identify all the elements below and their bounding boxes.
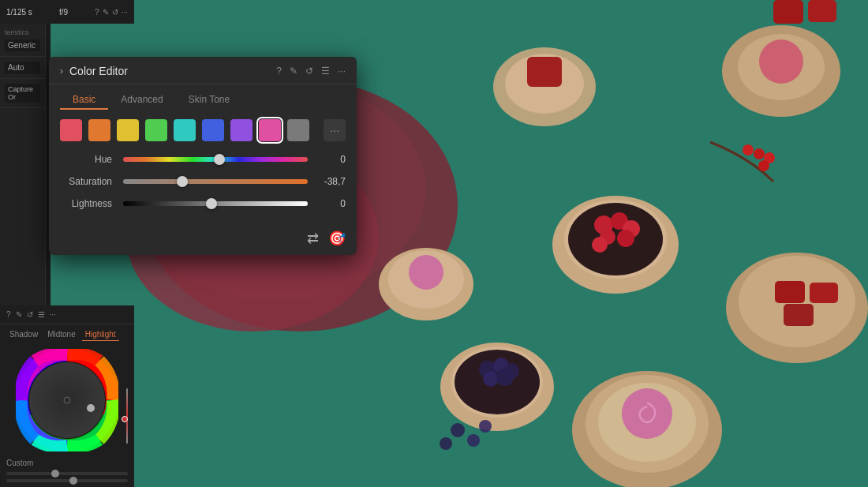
hue-value: 0 bbox=[308, 154, 346, 165]
svg-point-25 bbox=[496, 369, 514, 386]
target-icon[interactable]: 🎯 bbox=[328, 230, 346, 247]
swatches-more-button[interactable]: ··· bbox=[324, 119, 346, 141]
swatch-cyan[interactable] bbox=[174, 119, 196, 141]
tab-skin-tone[interactable]: Skin Tone bbox=[176, 91, 242, 110]
svg-point-43 bbox=[409, 255, 443, 290]
hue-row: Hue 0 bbox=[60, 154, 346, 165]
undo-button[interactable]: ↺ bbox=[305, 66, 313, 77]
svg-point-52 bbox=[87, 404, 95, 412]
swatch-gray[interactable] bbox=[287, 119, 309, 141]
auto-value: Auto bbox=[5, 62, 40, 73]
swatch-orange[interactable] bbox=[88, 119, 110, 141]
menu-button[interactable]: ☰ bbox=[321, 66, 330, 77]
left-panel: teristics Generic Auto Capture Or bbox=[0, 24, 46, 328]
svg-rect-33 bbox=[808, 0, 836, 22]
swatch-purple[interactable] bbox=[230, 119, 253, 141]
bottom-menu-icon[interactable]: ☰ bbox=[38, 310, 45, 319]
generic-value: Generic bbox=[5, 39, 40, 51]
svg-rect-36 bbox=[810, 283, 838, 303]
more-icon[interactable]: ··· bbox=[122, 8, 128, 17]
tab-midtone[interactable]: Midtone bbox=[44, 328, 79, 341]
tab-highlight[interactable]: Highlight bbox=[82, 328, 119, 341]
capture-value: Capture Or bbox=[5, 84, 40, 103]
hue-label: Hue bbox=[60, 154, 123, 165]
custom-label: Custom bbox=[0, 455, 134, 470]
edit-icon[interactable]: ✎ bbox=[103, 8, 109, 17]
aperture: f/9 bbox=[59, 8, 68, 17]
pin-button[interactable]: ✎ bbox=[290, 66, 297, 77]
saturation-value: -38,7 bbox=[308, 176, 346, 187]
hue-thumb[interactable] bbox=[214, 154, 225, 165]
saturation-label: Saturation bbox=[60, 176, 123, 187]
svg-point-47 bbox=[479, 420, 492, 433]
hue-track[interactable] bbox=[123, 157, 308, 162]
bottom-more-icon[interactable]: ··· bbox=[50, 310, 56, 319]
saturation-track[interactable] bbox=[123, 179, 308, 184]
panel-title: Color Editor bbox=[69, 65, 270, 77]
header-actions: ? ✎ ↺ ☰ ··· bbox=[276, 66, 346, 77]
color-wheel[interactable] bbox=[16, 349, 118, 451]
tab-shadow[interactable]: Shadow bbox=[6, 328, 41, 341]
lightness-label: Lightness bbox=[60, 198, 123, 209]
bottom-help-icon[interactable]: ? bbox=[6, 310, 11, 319]
tab-advanced[interactable]: Advanced bbox=[108, 91, 175, 110]
svg-point-17 bbox=[592, 237, 608, 253]
help-icon[interactable]: ? bbox=[95, 8, 99, 17]
lightness-value: 0 bbox=[308, 198, 346, 209]
sliders-container: Hue 0 Saturation -38,7 Lightness 0 bbox=[49, 151, 357, 227]
swatch-yellow[interactable] bbox=[117, 119, 139, 141]
editor-tabs: Basic Advanced Skin Tone bbox=[49, 84, 357, 110]
svg-point-29 bbox=[758, 160, 769, 171]
lightness-track[interactable] bbox=[123, 201, 308, 206]
bottom-panel-header: ? ✎ ↺ ☰ ··· bbox=[0, 305, 134, 324]
saturation-row: Saturation -38,7 bbox=[60, 176, 346, 187]
more-button[interactable]: ··· bbox=[338, 66, 346, 77]
bottom-undo-icon[interactable]: ↺ bbox=[27, 310, 33, 319]
svg-point-45 bbox=[467, 434, 480, 447]
svg-rect-34 bbox=[784, 304, 814, 326]
swatch-blue[interactable] bbox=[202, 119, 224, 141]
bottom-panel: ? ✎ ↺ ☰ ··· Shadow Midtone Highlight bbox=[0, 305, 134, 487]
color-editor-header: › Color Editor ? ✎ ↺ ☰ ··· bbox=[49, 57, 357, 84]
svg-point-26 bbox=[743, 144, 754, 155]
svg-rect-5 bbox=[527, 57, 562, 87]
characteristics-label: teristics bbox=[5, 28, 40, 36]
collapse-icon[interactable]: › bbox=[60, 66, 63, 77]
svg-rect-32 bbox=[773, 0, 803, 24]
lightness-thumb[interactable] bbox=[206, 198, 217, 209]
swatch-pink[interactable] bbox=[259, 119, 281, 141]
saturation-thumb[interactable] bbox=[177, 176, 188, 187]
svg-point-44 bbox=[451, 423, 465, 437]
swap-icon[interactable]: ⇄ bbox=[307, 230, 319, 247]
svg-point-27 bbox=[754, 148, 765, 159]
swatch-green[interactable] bbox=[145, 119, 167, 141]
arrow-icon[interactable]: ↺ bbox=[112, 8, 118, 17]
help-button[interactable]: ? bbox=[276, 66, 282, 77]
swatch-red[interactable] bbox=[60, 119, 82, 141]
svg-point-24 bbox=[483, 371, 499, 387]
panel-footer: ⇄ 🎯 bbox=[49, 227, 357, 247]
svg-point-16 bbox=[617, 230, 634, 247]
saturation-gradient bbox=[123, 179, 308, 184]
color-editor-panel: › Color Editor ? ✎ ↺ ☰ ··· Basic Advance… bbox=[49, 57, 357, 255]
bottom-edit-icon[interactable]: ✎ bbox=[16, 310, 22, 319]
bottom-tabs: Shadow Midtone Highlight bbox=[0, 324, 134, 345]
svg-rect-35 bbox=[775, 281, 805, 303]
svg-point-46 bbox=[440, 437, 452, 450]
tab-basic[interactable]: Basic bbox=[60, 91, 108, 110]
shutter-speed: 1/125 s bbox=[6, 8, 32, 17]
svg-point-8 bbox=[759, 39, 803, 84]
svg-point-40 bbox=[622, 388, 672, 439]
lightness-row: Lightness 0 bbox=[60, 198, 346, 209]
top-bar: 1/125 s f/9 ? ✎ ↺ ··· bbox=[0, 0, 134, 24]
svg-point-51 bbox=[29, 362, 105, 438]
color-swatches: ··· bbox=[49, 110, 357, 151]
